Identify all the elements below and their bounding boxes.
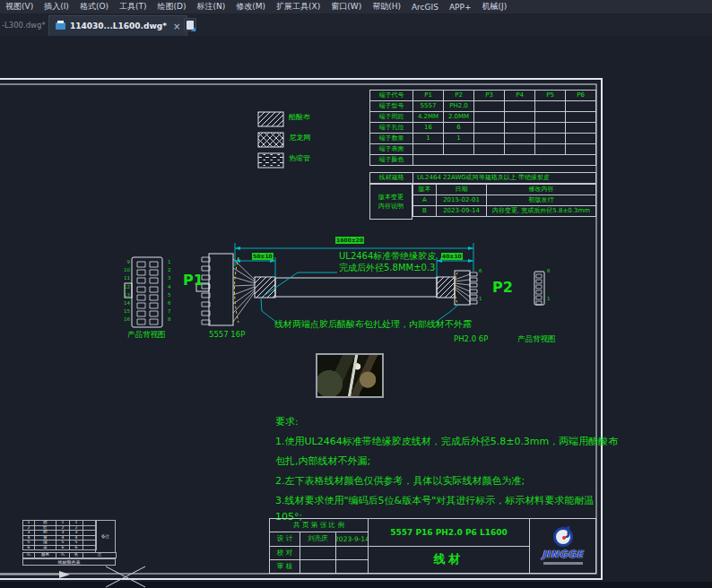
- wire-spec-label: 线材规格: [370, 173, 413, 184]
- requirement-line: 1.使用UL2464标准带绝缘胶皮线材，完成后外径5.8±0.3mm，两端用醋酸…: [275, 437, 618, 447]
- p1-pin-numbers-right: 1 2 3 4 5 6 7 8: [168, 258, 171, 324]
- audit-date: [336, 560, 368, 573]
- requirement-line: 2.左下表格线材颜色仅供参考，具体以实际线材颜色为准;: [275, 476, 618, 487]
- table-cell: 1: [413, 134, 444, 144]
- menu-tools[interactable]: 工具(T): [119, 1, 147, 13]
- table-cell: 注: [83, 553, 117, 558]
- table-cell: A: [413, 195, 437, 206]
- dim-overall-length: 1600±20: [335, 237, 364, 244]
- table-cell: [535, 123, 566, 134]
- table-cell: P1: [413, 91, 444, 101]
- tab-background-drawing[interactable]: -L300.dwg*: [2, 21, 46, 30]
- table-cell: [413, 155, 596, 166]
- requirement-line: 包扎,内部线材不外漏;: [275, 456, 618, 467]
- table-cell: [535, 134, 566, 144]
- p2-designator: P2: [492, 280, 513, 296]
- menu-insert[interactable]: 插入(I): [44, 1, 69, 13]
- revision-block-label: 版本变更 内容说明: [369, 184, 412, 220]
- table-cell: 端子间距: [370, 112, 413, 123]
- p2-rear-pin-top: 6: [547, 268, 551, 273]
- table-cell: 16: [413, 123, 444, 134]
- tab-active-drawing[interactable]: 114030...L1600.dwg* ×: [48, 15, 187, 36]
- menu-app-plus[interactable]: APP+: [449, 3, 472, 12]
- table-cell: 内容变更, 完成后外径5.8±0.3mm: [487, 206, 596, 217]
- table-cell: 1: [444, 134, 474, 144]
- menu-view[interactable]: 视图(V): [5, 1, 33, 13]
- wire-color-table: 1棕112红223橙334黄445绿556蓝66: [22, 520, 97, 550]
- table-cell: [505, 134, 535, 144]
- audit-name: [300, 560, 336, 573]
- menu-express-tools[interactable]: 扩展工具(X): [276, 1, 320, 13]
- cable-callout-line1: UL2464标准带绝缘胶皮，: [339, 251, 445, 261]
- cable-callout-line2: 完成后外径5.8MM±0.3: [339, 263, 435, 272]
- table-cell: 端子颜色: [370, 155, 413, 166]
- title-scale-row: 共 页 第 张 比 例: [270, 519, 368, 532]
- menu-bar: 视图(V) 插入(I) 格式(O) 工具(T) 绘图(D) 标注(N) 修改(M…: [0, 0, 712, 13]
- legend-label-nylon-mesh: 尼龙网: [289, 134, 310, 143]
- requirements-title: 要求:: [275, 417, 618, 428]
- menu-dimension[interactable]: 标注(N): [196, 1, 225, 13]
- title-block-middle: 5557 P16 PH2.0 P6 L1600 线材: [369, 519, 530, 573]
- table-cell: 日期: [437, 185, 487, 195]
- table-cell: 蓝: [35, 545, 56, 550]
- p1-pin-numbers-left: 9 10 11 12 13 14 15 16: [119, 258, 130, 324]
- table-cell: [566, 134, 596, 144]
- cable-photo: [316, 353, 384, 398]
- table-cell: 端子代号: [370, 91, 413, 101]
- design-date: 2023-9-14: [336, 532, 368, 545]
- table-cell: P5: [535, 91, 566, 101]
- design-label: 设 计: [270, 532, 300, 545]
- product-name: 线材: [369, 547, 529, 574]
- table-cell: 初版发行: [487, 195, 596, 206]
- table-cell: 2023-09-14: [437, 206, 487, 217]
- wire-color-table-note: 备注: [95, 520, 116, 553]
- new-drawing-icon: [187, 21, 194, 30]
- p2-pin-top: 6: [479, 268, 482, 273]
- table-cell: [505, 123, 535, 134]
- table-cell: [474, 134, 505, 144]
- menu-modify[interactable]: 修改(M): [236, 1, 265, 13]
- table-cell: PH2.0: [444, 101, 474, 112]
- tab-bar: -L300.dwg* 114030...L1600.dwg* ×: [0, 13, 712, 36]
- revision-table: 版本日期修改内容A2015-02-01初版发行B2023-09-14内容变更, …: [412, 184, 596, 217]
- table-cell: [566, 123, 596, 134]
- p1-rear-view-label: 产品背视图: [127, 331, 166, 339]
- table-cell: [505, 112, 535, 123]
- table-cell: [535, 101, 566, 112]
- check-name: [300, 547, 336, 559]
- logo-dot-icon: [562, 536, 566, 540]
- menu-window[interactable]: 窗口(W): [331, 1, 361, 13]
- check-label: 校 对: [270, 547, 300, 559]
- menu-format[interactable]: 格式(O): [80, 1, 109, 13]
- menu-arcgis[interactable]: ArcGIS: [412, 3, 438, 12]
- audit-label: 审 核: [270, 560, 300, 573]
- designer-name: 刘亮庆: [300, 532, 336, 545]
- new-drawing-button[interactable]: [184, 18, 196, 31]
- table-cell: 6: [23, 545, 35, 550]
- table-cell: [474, 101, 505, 112]
- menu-help[interactable]: 帮助(H): [372, 1, 401, 13]
- table-cell: 颜色: [35, 553, 56, 558]
- table-cell: [505, 101, 535, 112]
- table-cell: 6: [444, 123, 474, 134]
- table-cell: 孔: [23, 553, 35, 558]
- check-date: [336, 547, 368, 559]
- table-cell: 2.0MM: [444, 112, 474, 123]
- wire-color-table-footer: 线材颜色表: [22, 558, 116, 566]
- p1-model-label: 5557 16P: [209, 331, 245, 339]
- table-cell: 4.2MM: [413, 112, 444, 123]
- title-block: 共 页 第 张 比 例 设 计 刘亮庆 2023-9-14 校 对 审 核 55…: [269, 518, 596, 574]
- wrap-callout: 线材两端点胶后醋酸布包扎处理，内部线材不外露: [274, 319, 472, 329]
- table-cell: [566, 112, 596, 123]
- table-cell: 6: [70, 545, 83, 550]
- p2-rear-view-label: 产品背视图: [517, 335, 556, 343]
- tab-active-label: 114030...L1600.dwg*: [70, 22, 167, 30]
- menu-mechanical[interactable]: 机械(J): [482, 1, 507, 13]
- table-cell: [566, 144, 596, 155]
- brand-slogan-bar: [543, 562, 583, 565]
- legend-label-acetate-cloth: 醋酸布: [289, 114, 310, 122]
- title-block-left: 共 页 第 张 比 例 设 计 刘亮庆 2023-9-14 校 对 审 核: [270, 519, 369, 573]
- menu-draw[interactable]: 绘图(D): [158, 1, 187, 13]
- tab-close-icon[interactable]: ×: [173, 22, 180, 31]
- table-cell: 6: [56, 545, 70, 550]
